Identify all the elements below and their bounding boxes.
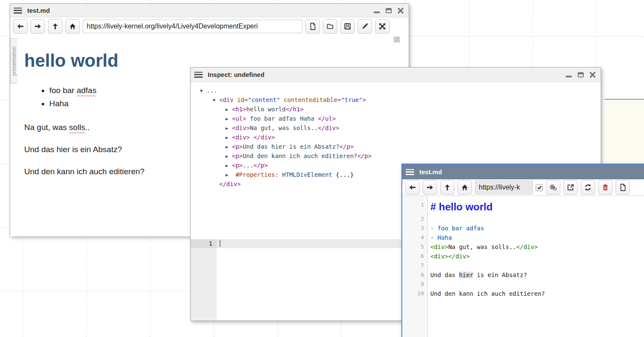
new-file-button[interactable] [305, 19, 320, 34]
window-menu-icon[interactable] [14, 8, 22, 14]
disclosure-triangle-icon[interactable]: ▶ [226, 105, 232, 114]
folder-icon [326, 23, 334, 30]
dom-tree-node[interactable]: ▶<h1>hello world</h1> [191, 105, 601, 114]
token-text: foo bar adfas Haha [246, 115, 318, 122]
window-menu-icon[interactable] [194, 72, 203, 78]
token-list: - foo bar adfas [430, 225, 484, 232]
window-title: test.md [419, 168, 442, 176]
forward-button[interactable] [31, 19, 45, 34]
save-floppy-icon [344, 23, 351, 30]
dom-tree-node[interactable]: ▶<p>Und den kann ich auch editieren?</p> [191, 151, 601, 161]
inspector-titlebar[interactable]: Inspect: undefined [191, 68, 601, 82]
editor-toolbar [402, 179, 644, 196]
token-text: Und das hier is ein Absatz? [243, 143, 339, 150]
code-line[interactable]: - foo bar adfas [428, 224, 644, 233]
token-tag: </div> [219, 181, 241, 187]
window-menu-icon[interactable] [406, 169, 414, 175]
viewer-titlebar[interactable]: test.md [10, 4, 409, 17]
disclosure-triangle-icon[interactable]: ▶ [226, 124, 232, 133]
dom-tree-node[interactable]: ▶<ul> foo bar adfas Haha </ul> [191, 114, 601, 123]
disclosure-triangle-icon[interactable]: ▶ [226, 133, 232, 142]
back-button[interactable] [405, 180, 420, 195]
disclosure-triangle-icon[interactable]: ▶ [226, 170, 232, 180]
line-number: 1 [402, 200, 428, 210]
editor-row: 4- Haha [402, 233, 644, 242]
token-plain [280, 96, 283, 103]
up-arrow-icon [443, 184, 451, 191]
scrollbar-thumb[interactable] [394, 37, 400, 42]
home-button[interactable] [458, 180, 472, 195]
editor-titlebar[interactable]: test.md [402, 164, 644, 179]
home-button[interactable] [65, 19, 80, 34]
line-number: 3 [402, 224, 428, 233]
url-input[interactable] [475, 181, 533, 194]
token-tag: </div> [318, 125, 339, 131]
window-title: test.md [27, 7, 50, 14]
forward-button[interactable] [423, 180, 437, 195]
auto-update-checkbox[interactable] [536, 184, 543, 191]
dom-tree-node[interactable]: ▼... [191, 86, 601, 95]
dom-tree-node[interactable]: ▶<div>Na gut, was solls..</div> [191, 123, 601, 133]
token-plain: {...} [332, 171, 354, 178]
close-button[interactable] [398, 8, 404, 14]
expand-button[interactable] [375, 19, 390, 34]
dom-tree-node[interactable]: ▼<div id="content" contenteditable="true… [191, 95, 601, 105]
editor-row: 5<div>Na gut, was solls..</div> [402, 242, 644, 252]
code-line[interactable]: Und das hier is ein Absatz? [428, 270, 644, 280]
refresh-button[interactable] [581, 180, 595, 195]
line-number: 6 [402, 252, 428, 261]
close-button[interactable] [590, 72, 596, 78]
presentation-side-tab[interactable]: presentation [10, 38, 17, 84]
token-attr: contenteditable= [284, 96, 341, 103]
disclosure-triangle-icon[interactable]: ▶ [226, 152, 232, 161]
token-tag: <div> [430, 244, 448, 250]
token-text: ... [243, 162, 253, 169]
settings-button[interactable] [546, 180, 560, 195]
line-number: 10 [402, 289, 428, 298]
back-button[interactable] [13, 19, 28, 34]
edit-button[interactable] [358, 19, 372, 34]
delete-button[interactable] [598, 180, 613, 195]
token-text: Na gut, was solls.. [250, 125, 318, 131]
new-file-button[interactable] [616, 180, 630, 195]
up-button[interactable] [440, 180, 455, 195]
code-line[interactable]: - Haha [428, 233, 644, 242]
disclosure-triangle-icon[interactable]: ▼ [200, 86, 206, 96]
maximize-button[interactable] [386, 8, 392, 13]
forward-arrow-icon [34, 23, 42, 30]
markdown-source-editor[interactable]: 1# hello world23- foo bar adfas4- Haha5<… [402, 196, 644, 337]
up-button[interactable] [48, 19, 62, 34]
token-cls: HTMLDivElement [282, 171, 332, 178]
code-line[interactable]: <div></div> [428, 252, 644, 261]
token-text: Und den kann ich auch editieren? [243, 153, 357, 159]
home-icon [461, 184, 469, 191]
external-link-icon [567, 184, 574, 191]
line-number: 4 [402, 233, 428, 242]
paragraph-text: Na gut, was [24, 123, 69, 132]
code-line[interactable]: <div>Na gut, was solls..</div> [428, 242, 644, 252]
disclosure-triangle-icon[interactable]: ▶ [226, 142, 232, 152]
save-button[interactable] [340, 19, 355, 34]
misspelled-word: solls [69, 123, 85, 132]
minimize-button[interactable] [566, 76, 572, 77]
disclosure-triangle-icon[interactable]: ▼ [213, 96, 219, 105]
editor-row: 8Und das hier is ein Absatz? [402, 270, 644, 280]
token-plain [234, 96, 237, 103]
forward-arrow-icon [426, 184, 434, 191]
disclosure-triangle-icon[interactable]: ▶ [226, 161, 232, 170]
line-number: 1 [191, 239, 217, 248]
code-line[interactable]: Und den kann ich auch editieren? [428, 289, 644, 298]
token-text: Und den kann ich auch editieren? [430, 290, 545, 297]
folder-button[interactable] [323, 19, 337, 34]
maximize-button[interactable] [578, 72, 584, 77]
dom-tree-node[interactable]: ▶<div> </div> [191, 133, 601, 142]
token-tag: > [362, 96, 366, 103]
disclosure-triangle-icon[interactable]: ▶ [226, 114, 232, 124]
minimize-button[interactable] [374, 11, 380, 13]
open-external-button[interactable] [563, 180, 578, 195]
url-input[interactable] [83, 20, 302, 33]
home-icon [69, 23, 76, 30]
code-line[interactable]: # hello world [428, 200, 644, 215]
dom-tree-node[interactable]: ▶<p>Und das hier is ein Absatz?</p> [191, 142, 601, 151]
line-number: 7 [402, 261, 428, 270]
